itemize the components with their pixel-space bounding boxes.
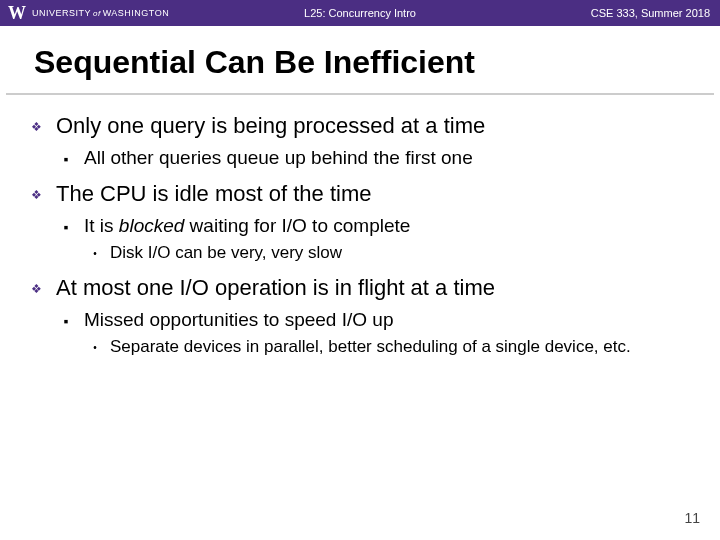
square-bullet-icon: ▪ xyxy=(60,215,72,239)
b2s1-italic: blocked xyxy=(119,215,185,236)
bullet-1: ❖ Only one query is being processed at a… xyxy=(30,113,690,141)
square-bullet-icon: ▪ xyxy=(60,309,72,333)
university-logo: W UNIVERSITY of WASHINGTON xyxy=(0,4,169,22)
bullet-2-text: The CPU is idle most of the time xyxy=(56,181,371,207)
dot-bullet-icon: • xyxy=(90,337,100,359)
bullet-3-text: At most one I/O operation is in flight a… xyxy=(56,275,495,301)
slide-title: Sequential Can Be Inefficient xyxy=(6,26,714,95)
university-name: UNIVERSITY of WASHINGTON xyxy=(32,8,169,18)
univ-prefix: UNIVERSITY xyxy=(32,8,91,18)
bullet-2-sub-1: ▪ It is blocked waiting for I/O to compl… xyxy=(60,215,690,239)
bullet-2-sub-1a-text: Disk I/O can be very, very slow xyxy=(110,243,342,263)
bullet-2: ❖ The CPU is idle most of the time xyxy=(30,181,690,209)
w-logo-icon: W xyxy=(8,4,26,22)
diamond-bullet-icon: ❖ xyxy=(30,113,42,141)
diamond-bullet-icon: ❖ xyxy=(30,181,42,209)
diamond-bullet-icon: ❖ xyxy=(30,275,42,303)
slide-header: W UNIVERSITY of WASHINGTON L25: Concurre… xyxy=(0,0,720,26)
bullet-3-sub-1a: • Separate devices in parallel, better s… xyxy=(90,337,690,359)
course-label: CSE 333, Summer 2018 xyxy=(591,7,710,19)
lecture-label: L25: Concurrency Intro xyxy=(304,7,416,19)
univ-of: of xyxy=(93,9,101,18)
bullet-2-sub-1-text: It is blocked waiting for I/O to complet… xyxy=(84,215,410,237)
b2s1-suffix: waiting for I/O to complete xyxy=(184,215,410,236)
bullet-1-text: Only one query is being processed at a t… xyxy=(56,113,485,139)
univ-main: WASHINGTON xyxy=(103,8,170,18)
bullet-1-sub-1: ▪ All other queries queue up behind the … xyxy=(60,147,690,171)
dot-bullet-icon: • xyxy=(90,243,100,265)
slide-content: ❖ Only one query is being processed at a… xyxy=(0,95,720,359)
bullet-3-sub-1: ▪ Missed opportunities to speed I/O up xyxy=(60,309,690,333)
bullet-1-sub-1-text: All other queries queue up behind the fi… xyxy=(84,147,473,169)
bullet-3-sub-1-text: Missed opportunities to speed I/O up xyxy=(84,309,393,331)
page-number: 11 xyxy=(684,510,700,526)
bullet-2-sub-1a: • Disk I/O can be very, very slow xyxy=(90,243,690,265)
square-bullet-icon: ▪ xyxy=(60,147,72,171)
b2s1-prefix: It is xyxy=(84,215,119,236)
bullet-3: ❖ At most one I/O operation is in flight… xyxy=(30,275,690,303)
bullet-3-sub-1a-text: Separate devices in parallel, better sch… xyxy=(110,337,631,357)
